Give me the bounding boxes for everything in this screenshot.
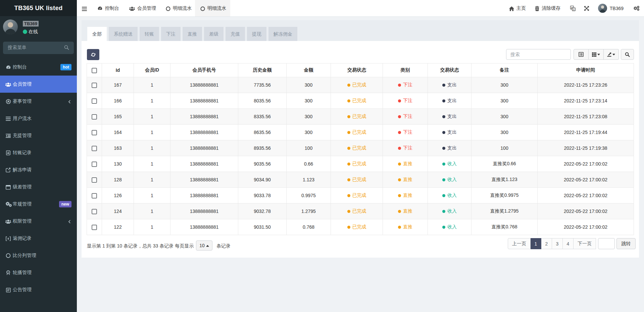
- svg-text:文: 文: [573, 8, 575, 10]
